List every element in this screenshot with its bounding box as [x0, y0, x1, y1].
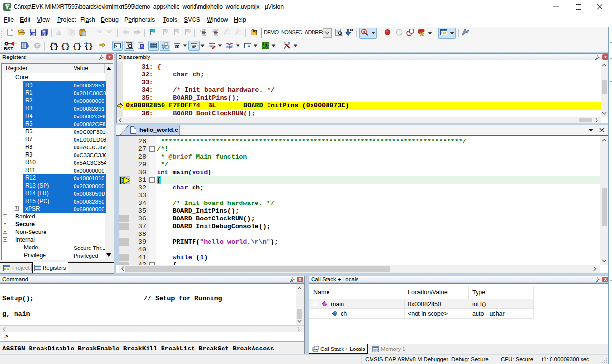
- svg-text:5: 5: [9, 7, 11, 11]
- svg-text:}: }: [89, 43, 93, 50]
